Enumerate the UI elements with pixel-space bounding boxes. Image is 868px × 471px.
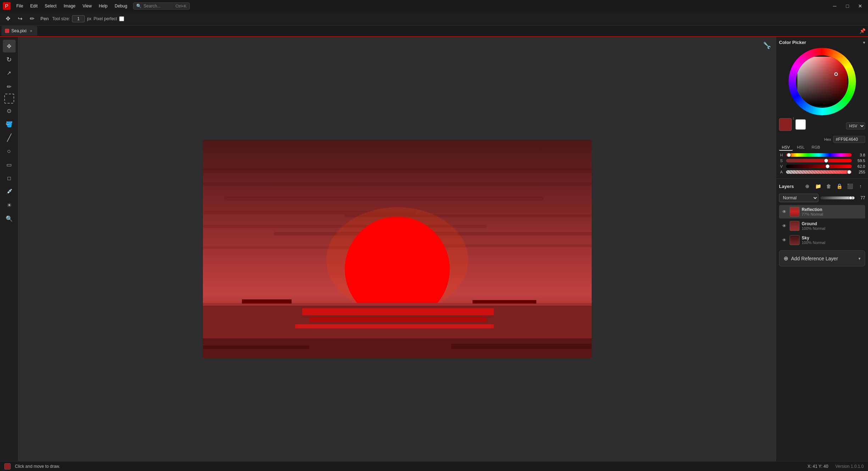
redo-button[interactable]: ↪ (15, 14, 25, 24)
hex-row: Hex (779, 136, 865, 143)
v-slider-row: V 62.0 (779, 164, 865, 168)
add-group-icon: 📁 (815, 183, 821, 189)
color-wheel-container[interactable] (779, 48, 865, 115)
secondary-swatch-wrapper: ↕ (795, 119, 806, 130)
maximize-button[interactable]: □ (842, 1, 852, 11)
opacity-slider[interactable] (820, 196, 855, 199)
color-picker-expand-icon[interactable]: ▾ (863, 40, 865, 45)
menu-help[interactable]: Help (96, 2, 111, 10)
layer-name-ground: Ground (802, 221, 863, 226)
blend-row: Normal Multiply Screen 77 (779, 194, 865, 202)
color-model-select[interactable]: HSV HSL RGB (846, 122, 865, 129)
tabbar-right: 📌 (858, 27, 867, 35)
a-slider[interactable] (786, 170, 852, 174)
layer-item-reflection[interactable]: 👁 Reflection 77% Normal (779, 205, 865, 218)
search-box[interactable]: 🔍 Search... Ctrl+K (133, 2, 190, 10)
search-icon: 🔍 (136, 4, 142, 9)
pen-icon-toolbar[interactable]: ✏ (27, 14, 37, 24)
right-panel: Color Picker ▾ ↕ (776, 37, 868, 461)
color-wheel-inner (796, 55, 848, 108)
menu-debug[interactable]: Debug (112, 2, 130, 10)
layers-header: Layers ⊕ 📁 🗑 🔒 ⬛ (779, 182, 865, 191)
merge-layer-icon: ⬛ (847, 183, 853, 189)
s-slider[interactable] (786, 159, 852, 162)
add-layer-button[interactable]: ⊕ (803, 182, 812, 191)
sv-square[interactable] (797, 57, 847, 106)
lock-layer-button[interactable]: 🔒 (835, 182, 844, 191)
export-layer-button[interactable]: ↑ (856, 182, 865, 191)
h-slider-thumb (787, 153, 791, 157)
layer-eye-reflection[interactable]: 👁 (781, 209, 787, 215)
eye-icon-sky: 👁 (782, 238, 786, 243)
lock-layer-icon: 🔒 (836, 183, 842, 189)
pixel-perfect-checkbox[interactable] (119, 16, 124, 21)
tool-lasso[interactable]: ⊙ (3, 104, 16, 117)
canvas-image[interactable] (203, 140, 592, 358)
tool-brightness[interactable]: ☀ (3, 199, 16, 211)
status-color-dot (4, 463, 11, 470)
tool-zoom[interactable]: 🔍 (3, 212, 16, 225)
menu-edit[interactable]: Edit (27, 2, 40, 10)
color-mode-rgb[interactable]: RGB (809, 144, 823, 151)
tool-rect-select[interactable] (4, 94, 14, 104)
app-logo: P (3, 2, 11, 10)
add-reference-layer-button[interactable]: ⊕ Add Reference Layer ▾ (779, 250, 865, 266)
opacity-slider-thumb (849, 196, 852, 200)
v-slider-thumb (825, 164, 830, 168)
undo-button[interactable]: ✥ (3, 14, 13, 24)
tool-pen[interactable]: ✏ (3, 80, 16, 93)
primary-color-swatch[interactable] (779, 118, 792, 131)
menu-view[interactable]: View (80, 2, 95, 10)
color-mode-hsv[interactable]: HSV (779, 144, 793, 151)
s-slider-thumb (824, 159, 828, 163)
layers-list: 👁 Reflection 77% Normal 👁 Ground (779, 205, 865, 248)
delete-layer-button[interactable]: 🗑 (824, 182, 833, 191)
tool-rectangle[interactable]: ▭ (3, 158, 16, 171)
layer-eye-sky[interactable]: 👁 (781, 237, 787, 243)
minimize-button[interactable]: ─ (830, 1, 840, 11)
a-label: A (779, 170, 784, 174)
layer-item-sky[interactable]: 👁 Sky 100% Normal (779, 233, 865, 247)
tool-move[interactable]: ✥ (3, 40, 16, 52)
tool-select-arrow[interactable]: ↗ (3, 67, 16, 79)
status-coords: X: 41 Y: 40 (807, 464, 828, 469)
v-slider[interactable] (786, 165, 852, 168)
tool-eyedropper[interactable]: 💉 (3, 185, 16, 198)
layer-eye-ground[interactable]: 👁 (781, 223, 787, 229)
color-wheel[interactable] (789, 48, 856, 115)
menu-image[interactable]: Image (61, 2, 78, 10)
main-layout: ✥ ↻ ↗ ✏ ⊙ 🪣 ╱ ○ ▭ ◻ 💉 ☀ 🔍 (0, 37, 868, 461)
delete-layer-icon: 🗑 (826, 183, 831, 189)
layer-meta-ground: 100% Normal (802, 226, 863, 231)
canvas-container[interactable]: 🔧 (18, 37, 776, 461)
tool-line[interactable]: ╱ (3, 131, 16, 144)
blend-mode-select[interactable]: Normal Multiply Screen (779, 194, 818, 202)
pin-icon[interactable]: 📌 (858, 27, 867, 35)
tab-color-dot (5, 29, 9, 33)
merge-layer-button[interactable]: ⬛ (845, 182, 855, 191)
export-layer-icon: ↑ (859, 183, 862, 189)
tool-size-input[interactable] (72, 15, 85, 22)
menu-file[interactable]: File (13, 2, 26, 10)
color-mode-hsl[interactable]: HSL (794, 144, 807, 151)
close-button[interactable]: ✕ (855, 1, 865, 11)
hex-label: Hex (824, 137, 831, 142)
hex-input[interactable] (833, 136, 865, 143)
layer-item-ground[interactable]: 👁 Ground 100% Normal (779, 219, 865, 233)
tool-rotate[interactable]: ↻ (3, 53, 16, 66)
tab-close-button[interactable]: × (29, 28, 34, 33)
a-value: 255 (854, 170, 865, 174)
swap-colors-icon[interactable]: ↕ (792, 116, 797, 121)
tab-sea-pixi[interactable]: Sea.pixi × (1, 26, 37, 36)
eye-icon-ground: 👁 (782, 223, 786, 228)
svg-rect-18 (295, 324, 494, 328)
eyedropper-canvas-btn[interactable]: 🔧 (762, 40, 773, 51)
tool-ellipse[interactable]: ○ (3, 145, 16, 157)
menu-select[interactable]: Select (42, 2, 59, 10)
svg-text:P: P (5, 3, 8, 9)
tool-paint-bucket[interactable]: 🪣 (3, 118, 16, 131)
add-group-button[interactable]: 📁 (813, 182, 823, 191)
tool-unit-label: px (87, 16, 92, 21)
tool-eraser[interactable]: ◻ (3, 172, 16, 184)
h-slider[interactable] (786, 153, 852, 157)
